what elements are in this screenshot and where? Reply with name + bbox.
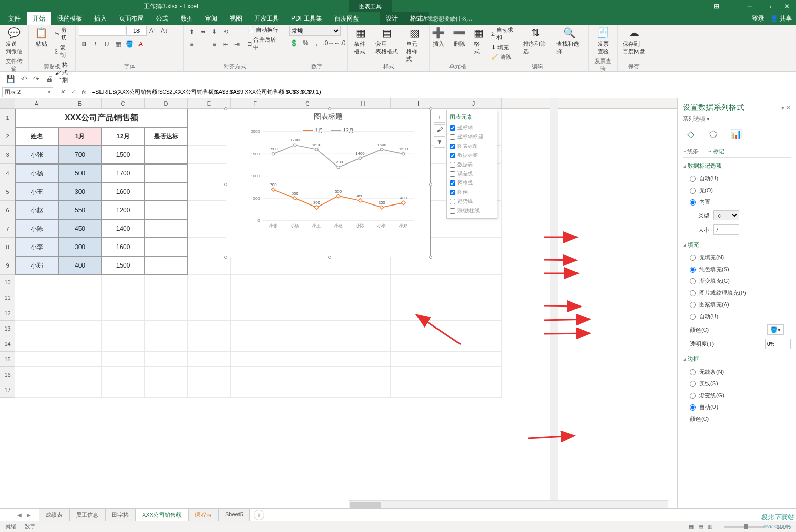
row-header-17[interactable]: 17: [0, 382, 15, 398]
series-options-dropdown[interactable]: 系列选项 ▾: [683, 115, 791, 123]
cell[interactable]: [335, 336, 391, 352]
row-header-12[interactable]: 12: [0, 305, 15, 321]
col-header-H[interactable]: H: [335, 98, 391, 108]
underline-button[interactable]: U: [102, 39, 112, 49]
cell[interactable]: [145, 219, 188, 238]
cell[interactable]: [58, 352, 102, 367]
cell[interactable]: [145, 352, 188, 367]
fill-picture-radio[interactable]: 图片或纹理填充(P): [683, 287, 791, 299]
cell[interactable]: [15, 321, 58, 336]
border-solid-radio[interactable]: 实线(S): [683, 378, 791, 390]
fill-solid-radio[interactable]: 纯色填充(S): [683, 263, 791, 275]
fill-pattern-radio[interactable]: 图案填充(A): [683, 299, 791, 311]
cell[interactable]: [446, 382, 502, 398]
format-pane-close-button[interactable]: ▾ ✕: [781, 104, 791, 111]
align-left-button[interactable]: ≡: [187, 39, 197, 49]
save-baidu-button[interactable]: ☁保存到 百度网盘: [620, 26, 648, 56]
cell[interactable]: [145, 256, 188, 275]
format-cells-button[interactable]: ▦格式: [471, 26, 487, 56]
cell[interactable]: [188, 382, 231, 398]
cell[interactable]: 小郑: [15, 256, 58, 275]
enter-formula-button[interactable]: ✓: [68, 89, 78, 95]
cell[interactable]: [145, 290, 188, 305]
col-header-E[interactable]: E: [188, 98, 231, 108]
cell[interactable]: [391, 336, 446, 352]
cell[interactable]: [280, 256, 335, 275]
cell[interactable]: [102, 382, 145, 398]
sheet-tab-员工信息[interactable]: 员工信息: [69, 508, 105, 522]
border-section[interactable]: 边框: [683, 355, 791, 363]
inc-decimal-button[interactable]: .0→: [323, 38, 333, 48]
row-header-13[interactable]: 13: [0, 321, 15, 336]
cell[interactable]: [231, 305, 280, 321]
row-header-5[interactable]: 5: [0, 182, 15, 201]
cell[interactable]: 小李: [15, 238, 58, 256]
cell[interactable]: [188, 290, 231, 305]
restore-button[interactable]: ▭: [759, 0, 778, 12]
row-header-10[interactable]: 10: [0, 275, 15, 290]
vertical-scrollbar[interactable]: [550, 98, 558, 519]
minimize-button[interactable]: ─: [741, 0, 759, 12]
cell[interactable]: [145, 238, 188, 256]
cell[interactable]: [446, 275, 502, 290]
cell[interactable]: [58, 336, 102, 352]
cell[interactable]: [280, 290, 335, 305]
cell[interactable]: [335, 256, 391, 275]
cell[interactable]: [188, 164, 231, 182]
cell[interactable]: [188, 275, 231, 290]
cell[interactable]: 1400: [102, 219, 145, 238]
cell[interactable]: [446, 219, 502, 238]
cell[interactable]: [446, 321, 502, 336]
chart-plot-area[interactable]: 0500100015002000小张小杨小王小赵小陈小李小郑7005003005…: [247, 127, 421, 230]
cell[interactable]: [391, 352, 446, 367]
cell[interactable]: [58, 305, 102, 321]
cell[interactable]: [231, 256, 280, 275]
sheet-nav-last[interactable]: ▶: [25, 511, 33, 519]
cell[interactable]: [280, 336, 335, 352]
align-right-button[interactable]: ≡: [209, 39, 220, 49]
cell[interactable]: [188, 238, 231, 256]
cell[interactable]: [446, 256, 502, 275]
col-header-J[interactable]: J: [446, 98, 502, 108]
cell[interactable]: [102, 336, 145, 352]
border-button[interactable]: ▦: [113, 39, 123, 49]
marker-type-select[interactable]: ◇: [713, 210, 739, 220]
chart-element-图表标题[interactable]: 图表标题: [450, 141, 494, 151]
cell[interactable]: [335, 321, 391, 336]
row-header-9[interactable]: 9: [0, 256, 15, 275]
cell[interactable]: [188, 305, 231, 321]
col-header-G[interactable]: G: [280, 98, 335, 108]
cell-style-button[interactable]: ▧单元格样式: [403, 26, 426, 64]
sheet-tab-成绩表[interactable]: 成绩表: [39, 508, 69, 522]
cell[interactable]: XXX公司产品销售额: [15, 109, 188, 127]
row-header-16[interactable]: 16: [0, 367, 15, 382]
cell[interactable]: [145, 146, 188, 164]
find-select-button[interactable]: 🔍查找和选择: [553, 26, 585, 56]
chart-title[interactable]: 图表标题: [226, 109, 430, 125]
chart-element-数据表[interactable]: 数据表: [450, 160, 494, 169]
ribbon-tab-页面布局[interactable]: 页面布局: [113, 12, 150, 25]
fill-color-button[interactable]: 🪣: [124, 39, 134, 49]
chart-element-趋势线[interactable]: 趋势线: [450, 197, 494, 206]
ribbon-tab-开始[interactable]: 开始: [27, 12, 51, 25]
chart-element-数据标签[interactable]: 数据标签: [450, 151, 494, 160]
print-button[interactable]: 🖨: [46, 75, 53, 83]
row-header-7[interactable]: 7: [0, 219, 15, 238]
cell[interactable]: [280, 352, 335, 367]
ribbon-tab-设计[interactable]: 设计: [380, 12, 404, 25]
close-button[interactable]: ✕: [778, 0, 796, 12]
cell[interactable]: [391, 256, 446, 275]
cell[interactable]: [102, 290, 145, 305]
horizontal-scrollbar[interactable]: [349, 500, 668, 508]
cell[interactable]: 1500: [102, 256, 145, 275]
cell[interactable]: [145, 201, 188, 219]
row-header-3[interactable]: 3: [0, 146, 15, 164]
view-page-break-button[interactable]: ▥: [707, 523, 712, 530]
chart-styles-button[interactable]: 🖌: [434, 124, 445, 135]
cell[interactable]: [102, 367, 145, 382]
cell[interactable]: [102, 352, 145, 367]
cell[interactable]: [15, 336, 58, 352]
cell[interactable]: [15, 382, 58, 398]
delete-cells-button[interactable]: ➖删除: [450, 26, 469, 49]
font-color-button[interactable]: A: [135, 39, 146, 49]
